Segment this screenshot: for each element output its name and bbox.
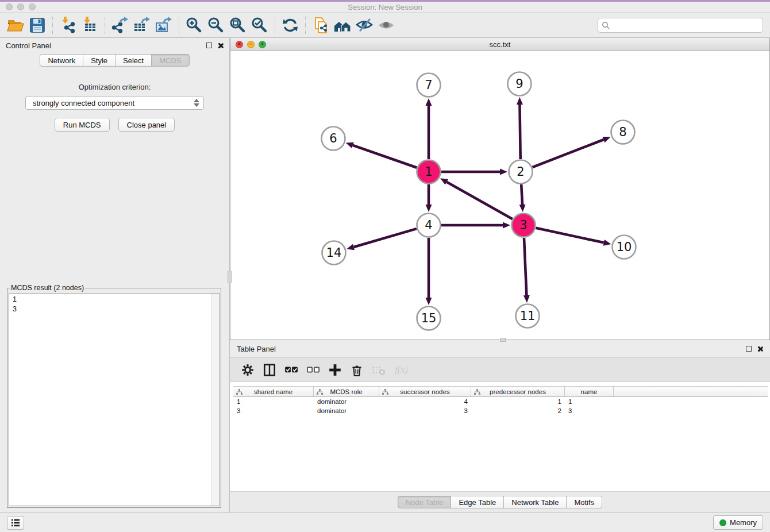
table-cell: 1 [565, 398, 614, 405]
show-all-button[interactable] [375, 15, 397, 36]
refresh-icon [281, 16, 299, 34]
edge-2-3[interactable] [521, 184, 522, 205]
mcds-panel: Optimization criterion: strongly connect… [0, 69, 229, 512]
refresh-button[interactable] [279, 15, 301, 36]
export-network-icon [111, 16, 129, 34]
network-view-window: × − + scc.txt 1234678910111415 [230, 38, 770, 340]
node-table: shared name MCDS role successor nodes pr… [230, 382, 770, 491]
function-builder-icon: f(x) [394, 363, 407, 377]
export-image-button[interactable] [153, 15, 175, 36]
save-icon [28, 16, 47, 34]
show-panels-button[interactable] [7, 516, 24, 530]
table-tab-node-table[interactable]: Node Table [398, 496, 452, 508]
graph-node-label-1: 1 [425, 165, 432, 179]
edge-3-1[interactable] [446, 182, 512, 219]
table-tab-motifs[interactable]: Motifs [566, 496, 602, 508]
zoom-in-icon [185, 16, 203, 34]
list-icon [10, 518, 21, 527]
houses-button[interactable] [332, 15, 353, 36]
float-table-panel-icon[interactable] [746, 346, 752, 352]
tab-network[interactable]: Network [40, 54, 83, 67]
import-network-button[interactable] [57, 15, 79, 36]
edge-2-9[interactable] [519, 105, 520, 159]
column-header-successor-nodes[interactable]: successor nodes [379, 387, 471, 396]
graph-node-label-9: 9 [515, 77, 523, 91]
criterion-select[interactable]: strongly connected component [25, 96, 204, 110]
zoom-in-button[interactable] [183, 15, 205, 36]
memory-label: Memory [730, 518, 757, 527]
tab-select[interactable]: Select [115, 54, 152, 67]
graph-node-label-3: 3 [519, 218, 527, 232]
show-columns-icon [263, 363, 276, 377]
close-panel-icon[interactable] [217, 43, 224, 49]
edge-arrow-4-15 [426, 298, 432, 305]
edge-1-6[interactable] [353, 145, 417, 168]
result-scrollbar[interactable] [211, 294, 219, 506]
right-column: × − + scc.txt 1234678910111415 Table Pan… [230, 38, 770, 512]
export-table-icon [133, 16, 151, 34]
search-box [598, 18, 763, 33]
column-header-shared-name[interactable]: shared name [233, 387, 314, 396]
import-network-icon [59, 16, 77, 34]
export-table-button[interactable] [131, 15, 153, 36]
status-bar: Memory [0, 512, 770, 532]
mcds-result-title: MCDS result (2 nodes) [10, 284, 85, 292]
tab-style[interactable]: Style [83, 54, 116, 67]
deselect-all-button[interactable] [303, 360, 323, 380]
column-header-name[interactable]: name [565, 387, 614, 396]
edge-arrow-4-3 [503, 222, 510, 229]
show-all-icon [377, 16, 395, 34]
edge-3-10[interactable] [536, 228, 603, 243]
search-input[interactable] [598, 18, 763, 33]
table-tab-edge-table[interactable]: Edge Table [451, 496, 504, 508]
export-network-button[interactable] [109, 15, 131, 36]
zoom-out-button[interactable] [205, 15, 227, 36]
select-all-button[interactable] [282, 360, 301, 380]
table-row[interactable]: 3dominator323 [233, 406, 768, 415]
vertical-splitter-handle[interactable] [228, 271, 232, 283]
edge-4-14[interactable] [354, 229, 417, 247]
save-button[interactable] [26, 15, 48, 36]
edge-3-11[interactable] [524, 238, 526, 295]
edge-arrow-2-3 [519, 205, 526, 212]
zoom-fit-button[interactable] [227, 15, 249, 36]
network-graph[interactable]: 1234678910111415 [230, 51, 769, 340]
network-canvas[interactable]: 1234678910111415 [230, 51, 769, 340]
show-columns-button[interactable] [260, 360, 279, 380]
memory-button[interactable]: Memory [713, 515, 763, 530]
table-row[interactable]: 1dominator411 [233, 397, 768, 406]
open-folder-button[interactable] [5, 15, 26, 36]
optimization-criterion-label: Optimization criterion: [0, 83, 229, 91]
clone-network-button[interactable] [310, 15, 332, 36]
zoom-selected-button[interactable] [249, 15, 271, 36]
add-column-button[interactable] [325, 360, 345, 380]
edge-arrow-2-9 [517, 97, 523, 105]
column-header-predecessor-nodes[interactable]: predecessor nodes [471, 387, 565, 396]
edge-2-8[interactable] [533, 140, 604, 167]
svg-text:f(x): f(x) [395, 364, 407, 375]
table-cell: 1 [471, 398, 565, 405]
control-panel-tabs: NetworkStyleSelectMCDS [0, 53, 229, 69]
main-area: Control Panel NetworkStyleSelectMCDS Opt… [0, 38, 770, 512]
zoom-fit-icon [229, 16, 247, 34]
hide-selected-button[interactable] [353, 15, 375, 36]
close-panel-button[interactable]: Close panel [118, 118, 175, 132]
mcds-result-area[interactable]: 13 [9, 293, 220, 506]
table-mode-button[interactable] [238, 360, 257, 380]
import-table-button[interactable] [79, 15, 101, 36]
toolbar-separator [305, 17, 306, 34]
column-type-icon [474, 389, 480, 395]
tab-mcds[interactable]: MCDS [151, 54, 189, 67]
titlebar: Session: New Session [0, 2, 770, 13]
hide-selected-icon [355, 16, 374, 34]
mcds-result-node: 1 [13, 295, 219, 304]
table-tab-network-table[interactable]: Network Table [503, 496, 567, 508]
run-mcds-button[interactable]: Run MCDS [55, 118, 110, 132]
horizontal-splitter-handle[interactable] [500, 338, 506, 342]
delete-column-button[interactable] [347, 360, 367, 380]
delete-table-icon [372, 363, 386, 377]
import-table-icon [80, 16, 99, 34]
column-header-MCDS-role[interactable]: MCDS role [314, 387, 379, 396]
float-panel-icon[interactable] [206, 43, 212, 48]
close-table-panel-icon[interactable] [757, 346, 763, 352]
